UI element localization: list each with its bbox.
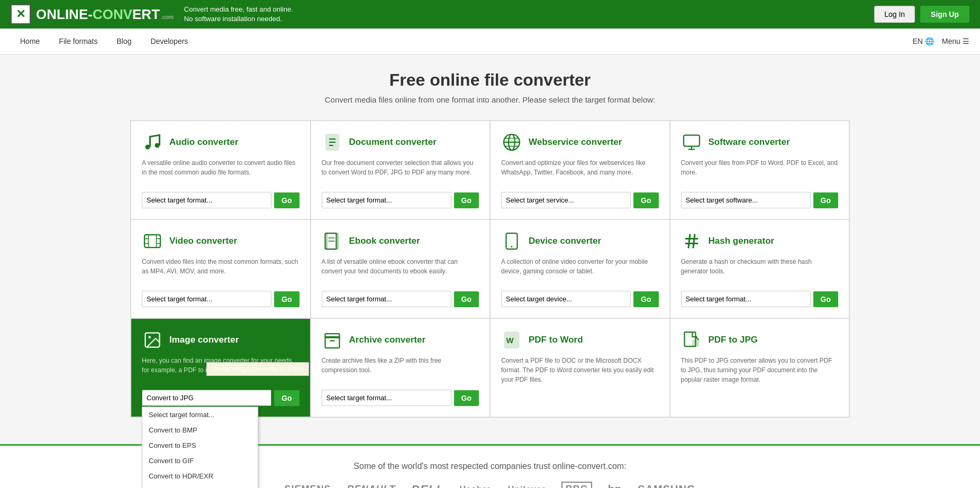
webservice-card-title: Webservice converter bbox=[529, 137, 622, 148]
ebook-format-select[interactable]: Select target format... bbox=[322, 291, 451, 307]
software-go-button[interactable]: Go bbox=[813, 192, 838, 208]
video-card-header: Video converter bbox=[142, 231, 300, 252]
audio-card-header: Audio converter bbox=[142, 132, 300, 153]
video-card-controls: Select target format... Go bbox=[142, 291, 300, 307]
nav-file-formats[interactable]: File formats bbox=[49, 29, 107, 54]
audio-card-title: Audio converter bbox=[169, 137, 238, 148]
device-card-desc: A collection of online video converter f… bbox=[501, 257, 659, 283]
document-format-select[interactable]: Select target format... bbox=[322, 192, 451, 208]
archive-icon bbox=[322, 329, 343, 351]
image-card-controls: Select target format... Convert to BMP C… bbox=[142, 390, 300, 406]
nav-right: EN 🌐 Menu ☰ bbox=[913, 37, 969, 45]
dropdown-item-gif[interactable]: Convert to GIF bbox=[142, 453, 258, 468]
webservice-format-select[interactable]: Select target service... bbox=[501, 192, 631, 208]
page-title: Free online file converter bbox=[130, 70, 850, 90]
pdf-jpg-card-desc: This PDF to JPG converter allows you to … bbox=[681, 356, 839, 384]
nav-home[interactable]: Home bbox=[11, 29, 49, 54]
image-icon bbox=[142, 329, 163, 351]
globe-icon: 🌐 bbox=[925, 37, 934, 45]
word-icon: W bbox=[501, 329, 522, 351]
hash-format-select[interactable]: Select target format... bbox=[681, 291, 811, 307]
dropdown-item-ico[interactable]: Convert to ICO bbox=[142, 484, 258, 488]
pdf-jpg-icon bbox=[681, 329, 702, 351]
ebook-card-title: Ebook converter bbox=[349, 236, 420, 246]
archive-card-desc: Create archive files like a ZIP with thi… bbox=[322, 356, 479, 382]
nav-blog[interactable]: Blog bbox=[107, 29, 141, 54]
navigation: Home File formats Blog Developers EN 🌐 M… bbox=[0, 29, 980, 54]
software-format-select[interactable]: Select target software... bbox=[681, 192, 811, 208]
pdf-word-card-desc: Convert a PDF file to DOC or the Microso… bbox=[501, 356, 659, 384]
ebook-card-controls: Select target format... Go bbox=[322, 291, 479, 307]
webservice-go-button[interactable]: Go bbox=[633, 192, 658, 208]
pdf-word-card-title: PDF to Word bbox=[529, 335, 583, 345]
logo-text-ert: ERT bbox=[132, 6, 160, 23]
hash-card-header: Hash generator bbox=[681, 231, 839, 252]
logo-com: .com bbox=[161, 14, 174, 20]
svg-rect-33 bbox=[325, 337, 339, 348]
webservice-card-controls: Select target service... Go bbox=[501, 192, 659, 208]
header-tagline: Convert media free, fast and online. No … bbox=[184, 5, 293, 24]
dropdown-tooltip: Online image converter to JPEG bbox=[206, 362, 309, 376]
document-icon bbox=[322, 132, 343, 153]
main-content: Free online file converter Convert media… bbox=[120, 54, 860, 434]
hash-converter-card: Hash generator Generate a hash or checks… bbox=[670, 219, 850, 318]
audio-go-button[interactable]: Go bbox=[274, 192, 299, 208]
nav-developers[interactable]: Developers bbox=[141, 29, 198, 54]
audio-format-select[interactable]: Select target format... bbox=[142, 192, 271, 208]
bbc-logo: BBC bbox=[561, 482, 592, 488]
login-button[interactable]: Log In bbox=[874, 6, 915, 23]
archive-go-button[interactable]: Go bbox=[454, 390, 479, 406]
pdf-word-card: W PDF to Word Convert a PDF file to DOC … bbox=[490, 318, 670, 417]
monitor-icon bbox=[681, 132, 702, 153]
ebook-converter-card: Ebook converter A list of versatile onli… bbox=[311, 219, 491, 318]
logo-x: ✕ bbox=[16, 7, 25, 21]
image-dropdown-menu: Select target format... Convert to BMP C… bbox=[142, 407, 258, 488]
image-card-title: Image converter bbox=[169, 335, 239, 345]
image-format-select[interactable]: Select target format... Convert to BMP C… bbox=[142, 390, 271, 406]
book-icon bbox=[322, 231, 343, 252]
hash-card-desc: Generate a hash or checksum with these h… bbox=[681, 257, 839, 283]
ebook-go-button[interactable]: Go bbox=[454, 291, 479, 307]
logo-icon-box: ✕ bbox=[11, 4, 31, 24]
language-selector[interactable]: EN 🌐 bbox=[913, 37, 934, 45]
tablet-icon bbox=[501, 231, 522, 252]
image-converter-card: Image converter Here, you can find an im… bbox=[131, 318, 311, 417]
header: ✕ ONLINE- CONV ERT .com Convert media fr… bbox=[0, 0, 980, 29]
image-go-button[interactable]: Go bbox=[274, 390, 299, 406]
archive-format-select[interactable]: Select target format... bbox=[322, 390, 451, 406]
svg-rect-40 bbox=[692, 340, 698, 346]
svg-point-32 bbox=[149, 336, 151, 339]
device-card-header: Device converter bbox=[501, 231, 659, 252]
video-converter-card: Video converter Convert video files into… bbox=[131, 219, 311, 318]
audio-card-desc: A versatile online audio converter to co… bbox=[142, 158, 300, 185]
video-go-button[interactable]: Go bbox=[274, 291, 299, 307]
signup-button[interactable]: Sign Up bbox=[920, 6, 969, 23]
dropdown-item-placeholder[interactable]: Select target format... bbox=[142, 407, 258, 422]
renault-logo: RENAULT bbox=[347, 484, 395, 488]
header-buttons: Log In Sign Up bbox=[874, 6, 969, 23]
dropdown-item-hdr[interactable]: Convert to HDR/EXR bbox=[142, 468, 258, 484]
video-format-select[interactable]: Select target format... bbox=[142, 291, 271, 307]
audio-card-controls: Select target format... Go bbox=[142, 192, 300, 208]
device-format-select[interactable]: Select target device... bbox=[501, 291, 631, 307]
logo-text-convert: CONV bbox=[93, 6, 132, 23]
svg-point-0 bbox=[146, 145, 150, 150]
svg-text:W: W bbox=[506, 336, 514, 345]
webservice-card-header: Webservice converter bbox=[501, 132, 659, 153]
image-card-header: Image converter bbox=[142, 329, 300, 351]
document-go-button[interactable]: Go bbox=[454, 192, 479, 208]
dropdown-item-eps[interactable]: Convert to EPS bbox=[142, 438, 258, 453]
pdf-jpg-card: PDF to JPG This PDF to JPG converter all… bbox=[670, 318, 850, 417]
menu-button[interactable]: Menu ☰ bbox=[942, 37, 969, 45]
nav-links: Home File formats Blog Developers bbox=[11, 29, 197, 54]
logo-area: ✕ ONLINE- CONV ERT .com Convert media fr… bbox=[11, 4, 293, 24]
dropdown-item-bmp[interactable]: Convert to BMP bbox=[142, 422, 258, 438]
hash-go-button[interactable]: Go bbox=[813, 291, 838, 307]
device-go-button[interactable]: Go bbox=[633, 291, 658, 307]
software-card-desc: Convert your files from PDF to Word, PDF… bbox=[681, 158, 839, 185]
software-card-title: Software converter bbox=[709, 137, 790, 148]
svg-rect-11 bbox=[684, 135, 700, 146]
document-card-header: Document converter bbox=[322, 132, 479, 153]
device-converter-card: Device converter A collection of online … bbox=[490, 219, 670, 318]
svg-point-26 bbox=[511, 246, 513, 247]
